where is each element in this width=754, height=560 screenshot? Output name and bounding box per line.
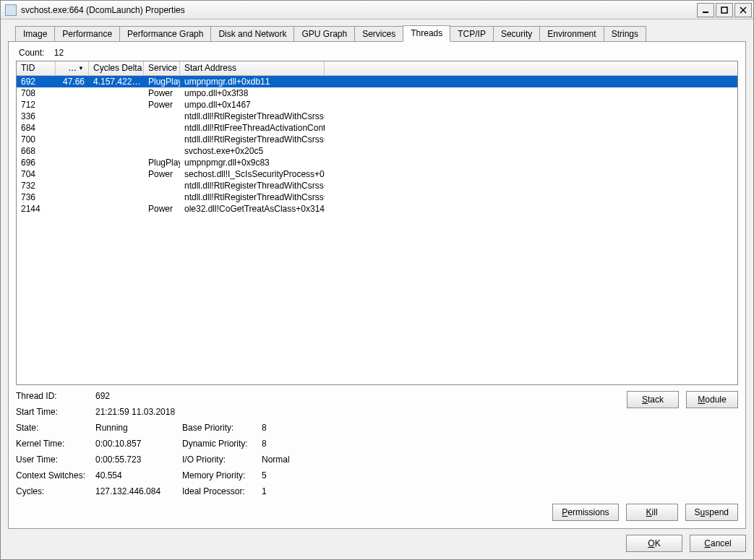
ideal-processor-value: 1 — [262, 486, 305, 496]
cell-cpu — [56, 203, 89, 215]
cell-cpu — [56, 180, 89, 191]
cell-tid: 336 — [17, 111, 56, 122]
table-row[interactable]: 69247.664.157.422…PlugPlayumpnpmgr.dll+0… — [17, 76, 737, 87]
table-row[interactable]: 700ntdll.dll!RtlRegisterThreadWithCsrss+… — [17, 134, 737, 145]
ok-button[interactable]: OK — [626, 535, 682, 552]
client-area: ImagePerformancePerformance GraphDisk an… — [1, 20, 753, 559]
column-service[interactable]: Service — [144, 61, 180, 75]
list-body[interactable]: 69247.664.157.422…PlugPlayumpnpmgr.dll+0… — [17, 76, 737, 384]
kernel-time-value: 0:00:10.857 — [95, 439, 182, 449]
cell-service — [144, 134, 180, 145]
table-row[interactable]: 732ntdll.dll!RtlRegisterThreadWithCsrss+… — [17, 180, 737, 191]
io-priority-value: Normal — [262, 455, 305, 465]
column-filler — [325, 61, 737, 75]
tab-security[interactable]: Security — [493, 26, 540, 42]
cell-cpu — [56, 168, 89, 180]
thread-details: Thread ID: 692 Start Time: 21:21:59 11.0… — [16, 391, 738, 499]
cell-service — [144, 122, 180, 134]
cell-service — [144, 145, 180, 157]
suspend-button[interactable]: Suspend — [685, 504, 738, 521]
minimize-button[interactable] — [697, 3, 714, 17]
cell-tid: 708 — [17, 87, 56, 99]
dynamic-priority-value: 8 — [262, 439, 305, 449]
cell-tid: 684 — [17, 122, 56, 134]
table-row[interactable]: 2144Powerole32.dll!CoGetTreatAsClass+0x3… — [17, 203, 737, 215]
cycles-label: Cycles: — [16, 486, 95, 496]
list-header: TID …▼ Cycles Delta Service Start Addres… — [17, 61, 737, 76]
cell-tid: 712 — [17, 99, 56, 111]
dynamic-priority-label: Dynamic Priority: — [182, 439, 262, 449]
tab-performance[interactable]: Performance — [54, 26, 120, 42]
tab-environment[interactable]: Environment — [539, 26, 604, 42]
column-tid[interactable]: TID — [17, 61, 56, 75]
cell-start-address: sechost.dll!I_ScIsSecurityProcess+0x248 — [180, 168, 325, 180]
cancel-button[interactable]: Cancel — [690, 535, 746, 552]
count-value: 12 — [54, 48, 64, 58]
cell-tid: 700 — [17, 134, 56, 145]
cycles-value: 127.132.446.084 — [95, 486, 182, 496]
cell-start-address: umpnpmgr.dll+0x9c83 — [180, 157, 325, 168]
kernel-time-label: Kernel Time: — [16, 439, 95, 449]
cell-service: Power — [144, 168, 180, 180]
column-cycles[interactable]: Cycles Delta — [89, 61, 144, 75]
thread-id-value: 692 — [95, 391, 182, 401]
context-switches-label: Context Switches: — [16, 470, 95, 481]
table-row[interactable]: 696PlugPlayumpnpmgr.dll+0x9c83 — [17, 157, 737, 168]
user-time-value: 0:00:55.723 — [95, 455, 182, 465]
cell-tid: 704 — [17, 168, 56, 180]
memory-priority-value: 5 — [262, 470, 305, 481]
tab-image[interactable]: Image — [15, 26, 55, 42]
cell-start-address: svchost.exe+0x20c5 — [180, 145, 325, 157]
cell-service: Power — [144, 99, 180, 111]
cell-service: PlugPlay — [144, 157, 180, 168]
cell-service: Power — [144, 87, 180, 99]
thread-id-label: Thread ID: — [16, 391, 95, 401]
tab-tcp-ip[interactable]: TCP/IP — [450, 26, 494, 42]
permissions-button[interactable]: Permissions — [552, 504, 618, 521]
module-button[interactable]: Module — [686, 391, 738, 408]
table-row[interactable]: 704Powersechost.dll!I_ScIsSecurityProces… — [17, 168, 737, 180]
thread-action-row: Permissions Kill Suspend — [16, 504, 738, 521]
stack-button[interactable]: Stack — [627, 391, 679, 408]
cell-cycles — [89, 203, 144, 215]
column-start-address[interactable]: Start Address — [180, 61, 325, 75]
tab-services[interactable]: Services — [354, 26, 403, 42]
cell-tid: 692 — [17, 76, 56, 87]
memory-priority-label: Memory Priority: — [182, 470, 262, 481]
table-row[interactable]: 736ntdll.dll!RtlRegisterThreadWithCsrss+… — [17, 191, 737, 203]
table-row[interactable]: 708Powerumpo.dll+0x3f38 — [17, 87, 737, 99]
column-cpu[interactable]: …▼ — [56, 61, 89, 75]
close-button[interactable] — [734, 3, 752, 17]
cell-start-address: ntdll.dll!RtlRegisterThreadWithCsrss+0x… — [180, 134, 325, 145]
state-label: State: — [16, 423, 95, 433]
titlebar[interactable]: svchost.exe:664 (DcomLaunch) Properties — [1, 1, 753, 20]
table-row[interactable]: 712Powerumpo.dll+0x1467 — [17, 99, 737, 111]
app-icon — [5, 4, 17, 16]
cell-cycles: 4.157.422… — [89, 76, 144, 87]
tab-performance-graph[interactable]: Performance Graph — [119, 26, 211, 42]
cell-tid: 2144 — [17, 203, 56, 215]
properties-window: svchost.exe:664 (DcomLaunch) Properties … — [0, 0, 754, 560]
thread-list[interactable]: TID …▼ Cycles Delta Service Start Addres… — [16, 61, 738, 385]
maximize-button[interactable] — [716, 3, 733, 17]
cell-start-address: ntdll.dll!RtlRegisterThreadWithCsrss+0x… — [180, 180, 325, 191]
table-row[interactable]: 684ntdll.dll!RtlFreeThreadActivationCont… — [17, 122, 737, 134]
threads-tab-page: Count: 12 TID …▼ Cycles Delta Service St… — [8, 41, 746, 529]
cell-service: Power — [144, 203, 180, 215]
kill-button[interactable]: Kill — [626, 504, 678, 521]
cell-service: PlugPlay — [144, 76, 180, 87]
svg-rect-1 — [721, 7, 727, 13]
cell-service — [144, 191, 180, 203]
table-row[interactable]: 668svchost.exe+0x20c5 — [17, 145, 737, 157]
cell-start-address: umpnpmgr.dll+0xdb11 — [180, 76, 325, 87]
cell-cpu — [56, 122, 89, 134]
tab-threads[interactable]: Threads — [403, 25, 450, 42]
cell-cycles — [89, 191, 144, 203]
start-time-value: 21:21:59 11.03.2018 — [95, 407, 175, 417]
state-value: Running — [95, 423, 182, 433]
cell-cpu — [56, 157, 89, 168]
tab-strings[interactable]: Strings — [604, 26, 646, 42]
tab-disk-and-network[interactable]: Disk and Network — [210, 26, 294, 42]
table-row[interactable]: 336ntdll.dll!RtlRegisterThreadWithCsrss+… — [17, 111, 737, 122]
tab-gpu-graph[interactable]: GPU Graph — [294, 26, 355, 42]
